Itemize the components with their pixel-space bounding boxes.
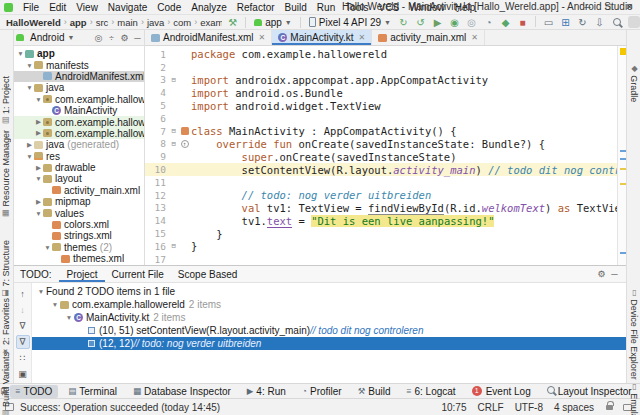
build-hammer-icon[interactable]: ⚒: [225, 16, 240, 29]
tree-item-com-example-hallowereld[interactable]: ▶com.example.hallowereld(androidTest): [14, 116, 144, 127]
tool-window-tab-gradle[interactable]: ◆ Gradle: [629, 64, 639, 102]
tree-item-res[interactable]: ▼res: [14, 151, 144, 162]
expand-all-icon[interactable]: ∷: [16, 351, 30, 365]
tree-item-java[interactable]: ▶java(generated): [14, 139, 144, 150]
close-icon[interactable]: ✕: [358, 33, 365, 42]
code-line-3[interactable]: 3⊟import androidx.appcompat.app.AppCompa…: [145, 74, 617, 87]
tab-mainactivity-kt[interactable]: MainActivity.kt✕: [272, 30, 372, 45]
gear-icon[interactable]: ⚙: [118, 33, 131, 43]
collapse-all-icon[interactable]: ÷: [105, 33, 118, 43]
tool-window-tab-resource-manager[interactable]: ▦ Resource Manager: [1, 130, 11, 218]
event-log-button[interactable]: 1 Event Log: [466, 385, 537, 398]
tree-item-strings-xml[interactable]: strings.xml: [14, 230, 144, 241]
line-separator[interactable]: CRLF: [478, 402, 504, 413]
layout-gutter-icon[interactable]: [181, 127, 189, 135]
layout-inspector-button[interactable]: Layout Inspector: [541, 385, 638, 398]
toolwindow-button-profiler[interactable]: ◔Profiler: [296, 385, 348, 398]
chevron-right-icon[interactable]: ▶: [25, 141, 34, 149]
tree-item-layout[interactable]: ▼layout: [14, 173, 144, 184]
run-config-selector[interactable]: app ▼: [250, 17, 296, 28]
tool-window-tab-build-variants[interactable]: ▥ Build Variants: [1, 352, 11, 415]
chevron-down-icon[interactable]: ▼: [34, 175, 43, 182]
avd-manager-icon[interactable]: ⊞: [558, 16, 573, 29]
file-encoding[interactable]: UTF-8: [515, 402, 543, 413]
menu-file[interactable]: File: [18, 2, 44, 13]
maximize-button[interactable]: □: [598, 0, 619, 14]
tree-item-com-example-hallowereld[interactable]: ▶com.example.hallowereld(test): [14, 128, 144, 139]
minimize-button[interactable]: ─: [577, 0, 598, 14]
code-line-2[interactable]: 2: [145, 61, 617, 74]
chevron-right-icon[interactable]: ▶: [34, 164, 43, 172]
chevron-down-icon[interactable]: ▼: [34, 96, 43, 103]
tool-window-tab-emulator[interactable]: ▯ Emulator: [629, 382, 639, 415]
toolwindow-button-6-logcat[interactable]: ≡6: Logcat: [401, 385, 462, 398]
chevron-down-icon[interactable]: ▼: [50, 301, 60, 308]
code-line-12[interactable]: 12 // todo: nog verder uitbreiden: [145, 189, 617, 202]
next-todo-icon[interactable]: ↓: [16, 303, 30, 317]
filter-icon[interactable]: ∇: [16, 319, 30, 333]
chevron-down-icon[interactable]: ▼: [16, 50, 25, 57]
tab-activity-main-xml[interactable]: activity_main.xml✕: [372, 30, 485, 45]
tab-androidmanifest-xml[interactable]: AndroidManifest.xml✕: [145, 30, 272, 45]
todo-item[interactable]: ▼com.example.hallowereld2 items: [32, 298, 627, 311]
tool-window-tab-2-favorites[interactable]: ★ 2: Favorites: [1, 298, 11, 356]
chevron-down-icon[interactable]: ▼: [43, 244, 52, 251]
toolwindow-button-build[interactable]: ⚒Build: [352, 385, 397, 398]
code-line-15[interactable]: 15 }: [145, 227, 617, 240]
breadcrumb-item-com[interactable]: com: [173, 17, 191, 28]
code-editor[interactable]: 1package com.example.hallowereld23⊟impor…: [145, 46, 617, 266]
run-icon[interactable]: ▶: [430, 16, 445, 29]
group-by-icon[interactable]: ∇: [16, 335, 30, 349]
tree-item-activity-main-xml[interactable]: activity_main.xml: [14, 185, 144, 196]
code-line-11[interactable]: 11: [145, 176, 617, 189]
gear-icon[interactable]: ⚙: [595, 269, 608, 279]
fold-marker-icon[interactable]: ⊟: [169, 76, 178, 84]
chevron-down-icon[interactable]: ▼: [36, 288, 46, 295]
sync-gradle-icon[interactable]: ↻: [575, 16, 590, 29]
code-line-16[interactable]: 16⊟}: [145, 240, 617, 253]
code-line-8[interactable]: 8⊟ override fun onCreate(savedInstanceSt…: [145, 138, 617, 151]
close-icon[interactable]: ✕: [471, 33, 478, 42]
tool-window-tab-device-file-explorer[interactable]: ▯ Device File Explorer: [629, 288, 639, 380]
code-line-13[interactable]: 13 val tv1: TextView = findViewById(R.id…: [145, 202, 617, 215]
indent-style[interactable]: 4 spaces: [554, 402, 594, 413]
sdk-manager-icon[interactable]: ⇩: [592, 16, 607, 29]
menu-navigate[interactable]: Navigate: [103, 2, 152, 13]
toolwindow-button-4-run[interactable]: ▶4: Run: [241, 385, 292, 398]
stop-icon[interactable]: ■: [515, 16, 530, 29]
tree-item-drawable[interactable]: ▶drawable: [14, 162, 144, 173]
fold-marker-icon[interactable]: ⊟: [169, 242, 178, 250]
breadcrumb-item-main[interactable]: main: [117, 17, 138, 28]
device-selector[interactable]: Pixel 4 API 29 ▼: [305, 17, 395, 28]
code-line-10[interactable]: 10 setContentView(R.layout.activity_main…: [145, 163, 617, 176]
locate-file-icon[interactable]: ◎: [92, 33, 105, 43]
tool-window-tab-1-project[interactable]: ▤ 1: Project: [1, 76, 11, 125]
menu-refactor[interactable]: Refactor: [232, 2, 280, 13]
chevron-right-icon[interactable]: ▶: [34, 198, 43, 206]
coverage-icon[interactable]: ◎: [464, 16, 479, 29]
caret-position[interactable]: 10:75: [441, 402, 466, 413]
tree-item-app[interactable]: ▼app: [14, 48, 144, 59]
chevron-right-icon[interactable]: ▶: [34, 129, 43, 137]
profiler-icon[interactable]: ◔: [481, 16, 496, 29]
tree-item-colors-xml[interactable]: colors.xml: [14, 219, 144, 230]
breadcrumb-item-app[interactable]: app: [70, 17, 87, 28]
preview-icon[interactable]: ▣: [16, 367, 30, 381]
code-line-6[interactable]: 6: [145, 112, 617, 125]
chevron-down-icon[interactable]: ▼: [25, 62, 34, 69]
todo-item[interactable]: ▼MainActivity.kt2 items: [32, 311, 627, 324]
chevron-down-icon[interactable]: ▼: [25, 153, 34, 160]
menu-run[interactable]: Run: [312, 2, 340, 13]
tree-item-java[interactable]: ▼java: [14, 82, 144, 93]
code-line-9[interactable]: 9 super.onCreate(savedInstanceState): [145, 150, 617, 163]
fold-marker-icon[interactable]: ⊟: [169, 140, 178, 148]
todo-tab-scope-based[interactable]: Scope Based: [171, 267, 245, 282]
avatar[interactable]: [628, 16, 640, 28]
search-everywhere-icon[interactable]: [609, 16, 624, 29]
lock-icon[interactable]: [606, 405, 613, 410]
code-line-17[interactable]: 17: [145, 253, 617, 266]
code-line-4[interactable]: 4import android.os.Bundle: [145, 86, 617, 99]
toolwindow-button-database-inspector[interactable]: ▦Database Inspector: [127, 385, 237, 398]
todo-item[interactable]: (12, 12) // todo: nog verder uitbreiden: [32, 337, 627, 350]
fold-marker-icon[interactable]: ⊟: [169, 127, 178, 135]
